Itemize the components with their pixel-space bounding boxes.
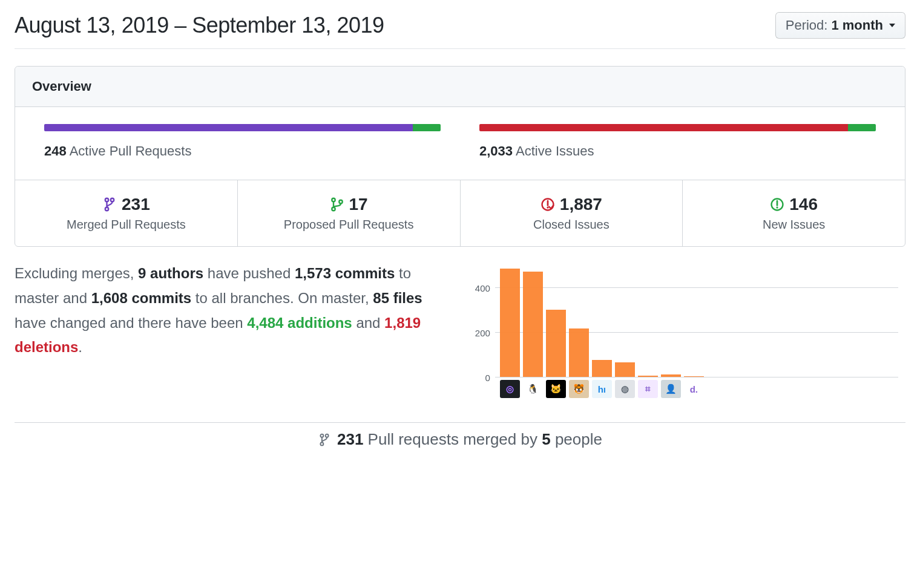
stat-issue-open[interactable]: 146New Issues (683, 180, 905, 246)
period-label: Period: (786, 18, 828, 33)
issues-label: Active Issues (516, 143, 594, 158)
svg-point-12 (326, 434, 329, 437)
stat-label: Merged Pull Requests (22, 218, 230, 232)
y-axis-tick: 0 (485, 373, 490, 383)
issues-count: 2,033 (479, 143, 513, 158)
pr-count: 248 (44, 143, 67, 158)
avatar[interactable]: 🐯 (569, 380, 589, 398)
chart-bar (615, 362, 635, 377)
period-dropdown[interactable]: Period: 1 month (775, 12, 905, 39)
stat-value: 17 (349, 195, 368, 214)
chart-bar (546, 310, 566, 377)
chevron-down-icon (889, 24, 895, 27)
stat-issue-closed[interactable]: 1,887Closed Issues (461, 180, 683, 246)
avatar[interactable]: 🐱 (546, 380, 566, 398)
y-axis-tick: 200 (475, 328, 490, 338)
issue-closed-icon (540, 197, 555, 212)
stat-git-branch[interactable]: 17Proposed Pull Requests (238, 180, 461, 246)
pr-label: Active Pull Requests (70, 143, 192, 158)
chart-bar (569, 328, 589, 377)
svg-point-10 (320, 434, 323, 437)
chart-bar (523, 272, 543, 377)
stat-label: Closed Issues (468, 218, 675, 232)
chart-bar (684, 376, 704, 377)
commits-by-author-chart: 0200400 ◎🐧🐱🐯hı◍⌗👤d. (462, 261, 905, 400)
pr-progress-bar (44, 124, 441, 131)
svg-point-11 (320, 442, 323, 445)
avatar[interactable]: ⌗ (638, 380, 658, 398)
avatar[interactable]: hı (592, 380, 612, 398)
chart-bar (638, 376, 658, 377)
stat-label: New Issues (690, 218, 898, 232)
page-title: August 13, 2019 – September 13, 2019 (15, 13, 384, 38)
avatar[interactable]: 👤 (661, 380, 681, 398)
avatar[interactable]: 🐧 (523, 380, 543, 398)
svg-point-0 (105, 198, 108, 201)
stat-value: 1,887 (560, 195, 602, 214)
issue-open-icon (770, 197, 784, 212)
chart-bar (661, 374, 681, 377)
period-value: 1 month (831, 18, 883, 33)
issues-progress-bar (479, 124, 876, 131)
overview-header: Overview (15, 67, 905, 107)
y-axis-tick: 400 (475, 283, 490, 293)
active-pull-requests[interactable]: 248 Active Pull Requests (44, 124, 441, 159)
chart-bar (592, 360, 612, 377)
git-branch-icon (330, 197, 344, 212)
svg-point-5 (339, 200, 342, 203)
active-issues[interactable]: 2,033 Active Issues (479, 124, 876, 159)
git-merge-icon (102, 197, 117, 212)
svg-point-1 (105, 207, 108, 211)
avatar[interactable]: ◍ (615, 380, 635, 398)
stat-value: 146 (789, 195, 818, 214)
gridline: 0 (495, 377, 898, 377)
stat-value: 231 (122, 195, 150, 214)
svg-point-4 (332, 207, 335, 211)
stat-git-merge[interactable]: 231Merged Pull Requests (15, 180, 238, 246)
avatar[interactable]: ◎ (500, 380, 520, 398)
stat-label: Proposed Pull Requests (245, 218, 453, 232)
svg-point-9 (777, 206, 778, 208)
summary-text: Excluding merges, 9 authors have pushed … (15, 261, 433, 360)
svg-point-3 (332, 198, 335, 201)
merged-pr-summary: 231 Pull requests merged by 5 people (15, 422, 905, 449)
overview-box: Overview 248 Active Pull Requests 2,033 … (15, 66, 905, 247)
chart-bar (500, 269, 520, 377)
avatar[interactable]: d. (684, 380, 704, 398)
svg-point-2 (111, 198, 114, 201)
git-merge-icon (318, 433, 331, 446)
